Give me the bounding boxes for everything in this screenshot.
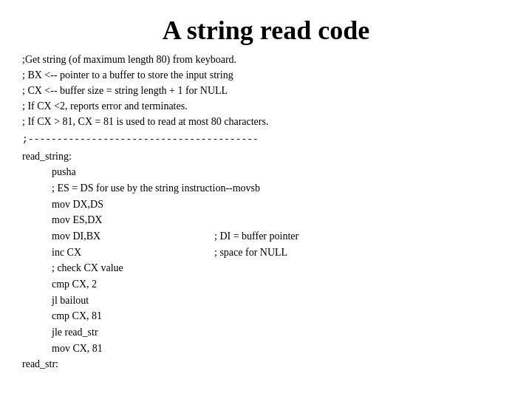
comment-line-3: ; CX <-- buffer size = string length + 1…: [22, 83, 510, 98]
code-text: cmp CX, 2: [52, 276, 97, 293]
comment-line-5: ; If CX > 81, CX = 81 is used to read at…: [22, 114, 510, 129]
code-block: read_string: pusha ; ES = DS for use by …: [22, 149, 510, 373]
list-item: read_str:: [22, 356, 510, 372]
list-item: pusha: [22, 164, 510, 180]
code-text: mov DI,BX: [52, 228, 214, 245]
divider-line: ;---------------------------------------…: [22, 132, 510, 147]
list-item: ; ES = DS for use by the string instruct…: [22, 180, 510, 197]
list-item: read_string:: [22, 149, 510, 165]
code-text: mov ES,DX: [52, 212, 102, 228]
code-text: inc CX: [52, 245, 214, 261]
code-text: read_str:: [22, 356, 58, 372]
comment-line-1: ;Get string (of maximum length 80) from …: [22, 52, 510, 67]
list-item: jle read_str: [22, 324, 510, 341]
code-comment: ; DI = buffer pointer: [214, 228, 299, 245]
list-item: mov DX,DS: [22, 197, 510, 213]
list-item: ; check CX value: [22, 260, 510, 276]
code-comment: ; space for NULL: [214, 245, 287, 261]
list-item: mov DI,BX ; DI = buffer pointer: [22, 228, 510, 245]
list-item: mov ES,DX: [22, 212, 510, 228]
list-item: cmp CX, 2: [22, 276, 510, 293]
comment-line-2: ; BX <-- pointer to a buffer to store th…: [22, 67, 510, 83]
code-text: mov DX,DS: [52, 197, 103, 213]
page: A string read code ;Get string (of maxim…: [0, 0, 532, 399]
list-item: cmp CX, 81: [22, 308, 510, 324]
list-item: mov CX, 81: [22, 341, 510, 357]
page-title: A string read code: [22, 15, 510, 46]
code-text: jl bailout: [52, 293, 89, 309]
list-item: inc CX ; space for NULL: [22, 245, 510, 261]
code-text: ; ES = DS for use by the string instruct…: [52, 180, 260, 197]
list-item: jl bailout: [22, 293, 510, 309]
comment-line-4: ; If CX <2, reports error and terminates…: [22, 98, 510, 114]
code-text: cmp CX, 81: [52, 308, 102, 324]
code-text: pusha: [52, 164, 76, 180]
comments-block: ;Get string (of maximum length 80) from …: [22, 52, 510, 129]
code-text: jle read_str: [52, 324, 98, 341]
code-text: read_string:: [22, 149, 72, 165]
code-text: ; check CX value: [52, 260, 123, 276]
code-text: mov CX, 81: [52, 341, 103, 357]
